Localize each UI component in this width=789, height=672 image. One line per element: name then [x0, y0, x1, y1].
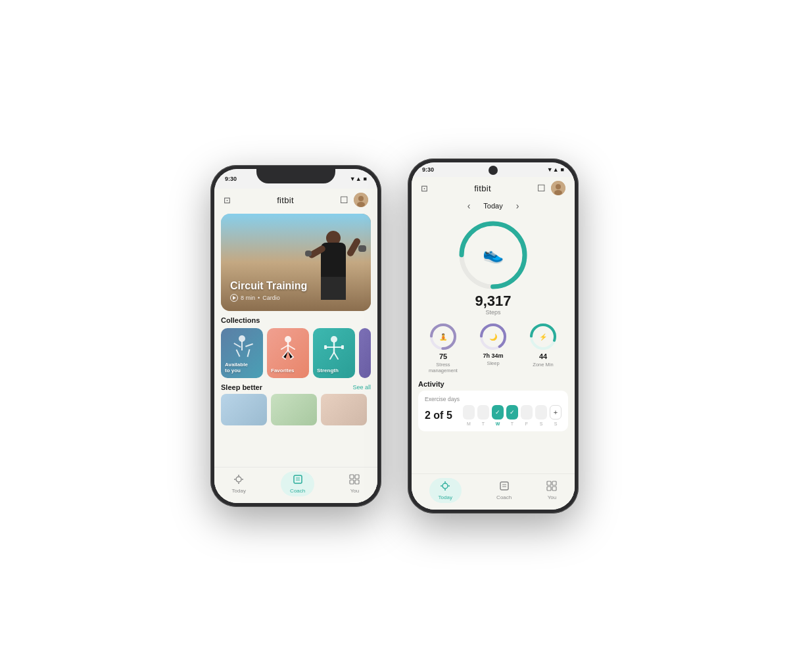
- svg-point-2: [357, 202, 365, 207]
- right-phone: 9:30 ▼▲ ■ ⊡ fitbit ☐: [408, 158, 579, 514]
- activity-title: Activity: [418, 380, 568, 388]
- prev-arrow[interactable]: ‹: [467, 201, 471, 211]
- svg-rect-44: [547, 487, 551, 491]
- date-label: Today: [483, 202, 502, 210]
- hero-text: Circuit Training 8 min • Cardio: [230, 279, 307, 302]
- app-title-right: fitbit: [474, 183, 491, 193]
- svg-point-3: [285, 336, 291, 343]
- device-icon-left[interactable]: ⊡: [224, 195, 231, 205]
- sleep-card-1[interactable]: [221, 394, 267, 425]
- collection-strength-label: Strength: [317, 368, 339, 374]
- svg-point-4: [331, 336, 337, 343]
- strength-art: [313, 331, 355, 366]
- nav-today-left[interactable]: Today: [232, 474, 246, 494]
- coach-label-right: Coach: [496, 494, 512, 500]
- today-label-right: Today: [439, 494, 452, 500]
- avatar-right[interactable]: [551, 181, 565, 195]
- battery-icon-right: ■: [561, 166, 564, 173]
- status-bar-right: 9:30 ▼▲ ■: [412, 162, 575, 177]
- svg-rect-16: [355, 475, 359, 479]
- nav-coach-right[interactable]: Coach: [496, 481, 512, 500]
- hero-title: Circuit Training: [230, 279, 307, 292]
- stress-value: 75: [439, 352, 447, 360]
- svg-point-20: [556, 184, 561, 189]
- sleep-title: Sleep better: [221, 383, 262, 391]
- svg-rect-45: [552, 487, 556, 491]
- strength-svg: [323, 335, 345, 362]
- metric-zone[interactable]: ⚡ 44 Zone Min: [529, 322, 558, 373]
- collection-available[interactable]: Availableto you: [221, 328, 263, 378]
- stress-name: Stressmanagement: [429, 362, 458, 373]
- favorites-art: [267, 331, 309, 366]
- day-label-s2: S: [550, 421, 562, 426]
- status-time-left: 9:30: [225, 176, 237, 182]
- nav-coach-left[interactable]: Coach: [281, 471, 314, 496]
- svg-rect-42: [547, 481, 551, 485]
- hero-person: [305, 226, 361, 311]
- day-w: ✓: [492, 405, 504, 420]
- collection-strength[interactable]: Strength: [313, 328, 355, 378]
- collection-available-label: Availableto you: [225, 362, 248, 374]
- svg-rect-5: [324, 345, 327, 349]
- message-icon-left[interactable]: ☐: [340, 195, 348, 205]
- nav-you-left[interactable]: You: [349, 474, 360, 494]
- day-label-w: W: [492, 421, 504, 426]
- sleep-card-2[interactable]: [271, 394, 317, 425]
- day-add[interactable]: +: [550, 405, 562, 420]
- avatar-left[interactable]: [354, 193, 368, 207]
- day-labels: M T W T F S S: [463, 421, 562, 426]
- day-label-t2: T: [506, 421, 518, 426]
- left-phone: 9:30 ▼▲ ■ ⊡ fitbit ☐: [210, 165, 381, 507]
- collection-favorites[interactable]: Favorites: [267, 328, 309, 378]
- nav-today-right[interactable]: Today: [429, 478, 462, 503]
- day-indicators: ✓ ✓ +: [463, 405, 562, 426]
- collection-extra: [359, 328, 371, 378]
- next-arrow[interactable]: ›: [516, 201, 519, 211]
- top-nav-left: ⊡ fitbit ☐: [214, 189, 377, 211]
- status-icons-left: ▼▲ ■: [350, 176, 367, 182]
- exercise-count-row: 2 of 5 ✓ ✓: [425, 405, 562, 426]
- day-label-s1: S: [535, 421, 547, 426]
- see-all-button[interactable]: See all: [352, 384, 371, 391]
- device-icon-right[interactable]: ⊡: [421, 183, 428, 193]
- steps-section: 👟 9,317 Steps: [412, 214, 575, 320]
- svg-text:👟: 👟: [483, 243, 504, 264]
- day-label-t1: T: [477, 421, 489, 426]
- steps-count: 9,317: [475, 294, 511, 308]
- nav-icons-left: ☐: [340, 193, 368, 207]
- wifi-icon-right: ▼▲: [547, 166, 559, 173]
- day-t1: [477, 405, 489, 420]
- svg-text:⚡: ⚡: [539, 333, 548, 341]
- stress-ring: 🧘: [429, 322, 458, 351]
- svg-point-34: [442, 483, 448, 489]
- svg-rect-39: [500, 482, 508, 490]
- sleep-name: Sleep: [487, 360, 499, 366]
- svg-point-1: [358, 196, 364, 201]
- today-label-left: Today: [232, 488, 246, 494]
- sleep-card-3[interactable]: [321, 394, 367, 425]
- hero-card[interactable]: Circuit Training 8 min • Cardio: [221, 214, 371, 311]
- message-icon-right[interactable]: ☐: [537, 183, 546, 193]
- exercise-count: 2 of 5: [425, 410, 452, 421]
- sleep-section-header: Sleep better See all: [214, 378, 377, 394]
- metrics-row: 🧘 75 Stressmanagement 🌙: [412, 320, 575, 376]
- svg-text:🧘: 🧘: [439, 333, 448, 341]
- status-time-right: 9:30: [422, 166, 434, 173]
- nav-you-right[interactable]: You: [546, 481, 557, 500]
- scene: 9:30 ▼▲ ■ ⊡ fitbit ☐: [184, 132, 605, 540]
- metric-sleep[interactable]: 🌙 7h 34m Sleep: [479, 322, 508, 373]
- metric-stress[interactable]: 🧘 75 Stressmanagement: [429, 322, 458, 373]
- svg-point-7: [236, 477, 241, 482]
- day-circles: ✓ ✓ +: [463, 405, 562, 420]
- steps-ring: 👟: [457, 219, 529, 291]
- exercise-header: Exercise days: [425, 396, 562, 402]
- collections-row: Availableto you: [221, 328, 371, 378]
- svg-rect-43: [552, 481, 556, 485]
- activity-section: Activity Exercise days 2 of 5: [412, 376, 575, 435]
- status-icons-right: ▼▲ ■: [547, 166, 564, 173]
- steps-ring-svg: 👟: [457, 219, 529, 291]
- bottom-nav-left: Today Coach You: [214, 467, 377, 503]
- svg-rect-17: [350, 480, 354, 484]
- hero-duration: 8 min: [241, 295, 255, 301]
- wifi-icon-left: ▼▲: [350, 176, 362, 182]
